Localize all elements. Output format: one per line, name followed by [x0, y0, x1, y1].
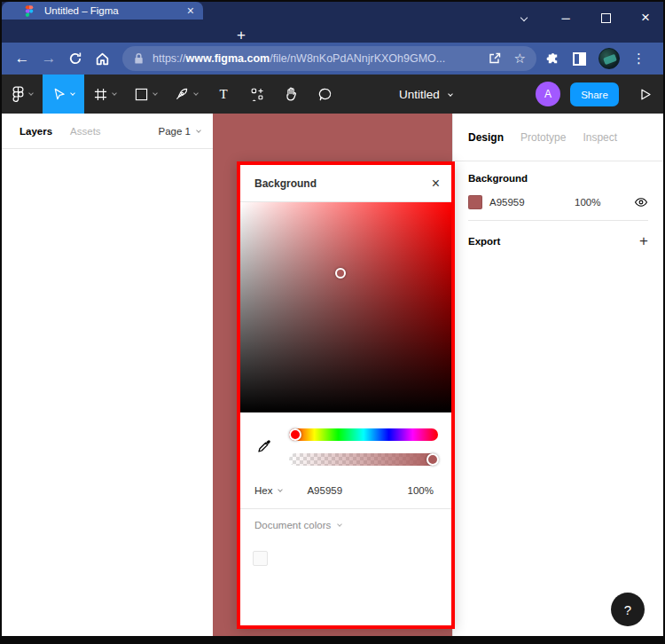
tab-inspect[interactable]: Inspect	[583, 131, 617, 144]
properties-panel: Design Prototype Inspect Background A959…	[452, 114, 663, 636]
export-label: Export	[468, 236, 500, 247]
saturation-brightness-area[interactable]	[240, 202, 451, 412]
present-button[interactable]	[633, 82, 658, 106]
color-hex-value[interactable]: A95959	[489, 197, 544, 208]
pen-tool-button[interactable]	[166, 75, 207, 114]
page-selector[interactable]: Page 1	[159, 126, 200, 137]
hue-slider[interactable]	[289, 428, 438, 441]
tab-design[interactable]: Design	[468, 131, 504, 144]
browser-toolbar: ← → https://www.figma.com/file/nW8nKoPdA…	[2, 43, 663, 75]
chevron-down-icon	[448, 91, 453, 97]
color-selection-ring[interactable]	[335, 268, 346, 279]
home-icon	[95, 51, 110, 67]
color-value-row: Hex A95959 100%	[240, 480, 451, 501]
export-section: Export +	[453, 221, 663, 262]
text-tool-button[interactable]: T	[207, 75, 240, 114]
color-mode-dropdown[interactable]: Hex	[254, 485, 282, 496]
figma-favicon-icon	[26, 5, 34, 17]
address-bar[interactable]: https://www.figma.com/file/nW8nKoPdANnjr…	[122, 46, 536, 71]
figma-toolbar: T Untitled	[2, 75, 663, 114]
color-swatch[interactable]	[468, 195, 482, 209]
background-color-row: A95959 100%	[468, 195, 648, 209]
alpha-gradient	[289, 453, 438, 466]
color-mode-label: Hex	[254, 485, 272, 496]
extensions-puzzle-icon[interactable]	[545, 51, 560, 67]
side-panel-icon[interactable]	[573, 52, 586, 66]
move-cursor-icon	[52, 87, 66, 101]
hue-slider-knob[interactable]	[289, 428, 301, 441]
color-opacity-value[interactable]: 100%	[575, 197, 600, 208]
file-title: Untitled	[399, 88, 440, 101]
window-minimize-button[interactable]: ─	[553, 7, 578, 28]
resources-tool-button[interactable]	[240, 75, 274, 114]
file-title-dropdown[interactable]: Untitled	[399, 75, 452, 114]
properties-tabs: Design Prototype Inspect	[453, 114, 663, 161]
comment-tool-button[interactable]	[308, 75, 341, 114]
opacity-input[interactable]: 100%	[408, 485, 434, 496]
bookmark-star-icon[interactable]: ☆	[514, 51, 526, 67]
minimize-icon: ─	[561, 12, 569, 25]
chevron-down-icon	[193, 90, 199, 96]
close-icon[interactable]: ×	[432, 177, 440, 191]
frame-icon	[94, 88, 107, 101]
forward-button: →	[35, 50, 62, 67]
layers-panel: Layers Assets Page 1	[2, 114, 213, 636]
browser-menu-icon[interactable]: ⋮	[632, 51, 645, 67]
chevron-down-icon	[196, 128, 201, 133]
share-button[interactable]: Share	[570, 82, 619, 106]
close-icon: ×	[641, 9, 650, 27]
background-section-title: Background	[468, 173, 648, 184]
page-selector-label: Page 1	[159, 126, 191, 137]
tab-prototype[interactable]: Prototype	[520, 131, 566, 144]
frame-tool-button[interactable]	[84, 75, 125, 114]
hand-icon	[284, 86, 299, 102]
back-button[interactable]: ←	[9, 50, 35, 67]
home-button[interactable]	[89, 51, 115, 67]
document-color-swatch[interactable]	[253, 551, 268, 566]
url-scheme: https://	[153, 52, 186, 65]
lock-icon	[133, 52, 145, 65]
help-button[interactable]: ?	[611, 593, 645, 626]
browser-profile-avatar[interactable]	[598, 48, 620, 69]
window-maximize-button[interactable]	[593, 7, 618, 28]
share-page-icon[interactable]	[488, 51, 502, 66]
tab-layers[interactable]: Layers	[20, 126, 52, 137]
picker-divider	[240, 508, 451, 509]
chevron-down-icon	[520, 14, 528, 21]
alpha-slider[interactable]	[289, 453, 438, 466]
window-close-button[interactable]: ×	[633, 7, 658, 28]
chevron-down-icon	[278, 487, 284, 492]
play-icon	[639, 88, 652, 101]
hex-input[interactable]: A95959	[307, 485, 342, 496]
pen-icon	[175, 87, 189, 101]
reload-button[interactable]	[62, 51, 89, 66]
chevron-down-icon	[70, 90, 75, 96]
reload-icon	[68, 51, 82, 66]
browser-tab[interactable]: Untitled – Figma ×	[2, 2, 203, 20]
color-picker-header: Background ×	[240, 165, 451, 202]
eyedropper-icon[interactable]	[257, 438, 272, 453]
hand-tool-button[interactable]	[274, 75, 308, 114]
window-restore-chevron-icon[interactable]	[512, 7, 536, 28]
tab-assets[interactable]: Assets	[70, 126, 101, 137]
maximize-icon	[601, 13, 611, 23]
color-picker-title: Background	[254, 177, 317, 190]
color-picker-popup: Background × Hex A95959 100% Document	[237, 161, 455, 629]
tab-title: Untitled – Figma	[44, 5, 119, 16]
visibility-eye-icon[interactable]	[634, 195, 648, 209]
document-colors-dropdown[interactable]: Document colors	[254, 520, 341, 530]
new-tab-button[interactable]: +	[231, 27, 252, 44]
add-export-button[interactable]: +	[639, 232, 648, 250]
tab-close-button[interactable]: ×	[187, 4, 194, 17]
background-section: Background A95959 100%	[453, 161, 663, 221]
text-tool-icon: T	[219, 87, 227, 102]
shape-tool-button[interactable]	[125, 75, 166, 114]
url-path: /file/nW8nKoPdANnjrKXOh9GMO...	[270, 52, 445, 65]
move-tool-button-selected[interactable]	[43, 75, 84, 114]
figma-logo-icon	[12, 86, 24, 103]
alpha-slider-knob[interactable]	[426, 453, 439, 466]
document-colors-label: Document colors	[254, 520, 331, 530]
user-avatar[interactable]: A	[536, 82, 560, 106]
main-menu-button[interactable]	[2, 75, 43, 114]
rectangle-icon	[135, 88, 148, 101]
